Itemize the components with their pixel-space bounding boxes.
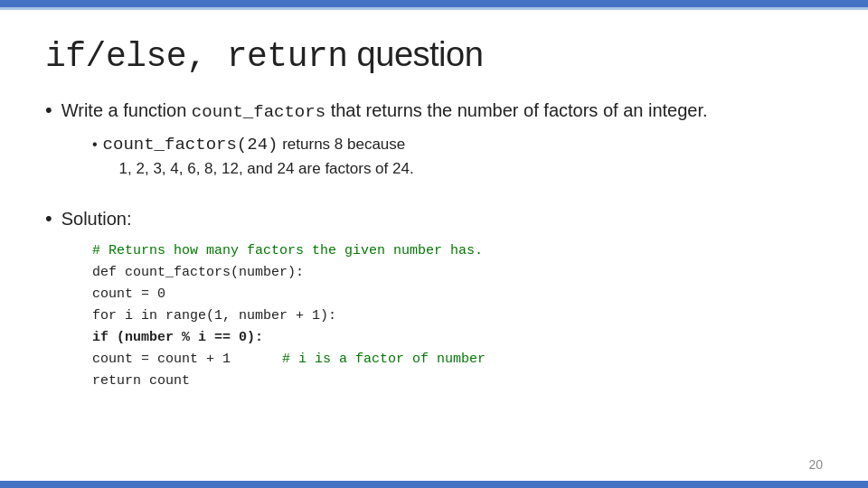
sub-dot: • <box>92 134 98 155</box>
bullet-1-dot: • <box>45 99 52 122</box>
slide-content: if/else, return question • Write a funct… <box>0 10 868 410</box>
sub-line2: 1, 2, 3, 4, 6, 8, 12, and 24 are factors… <box>119 160 414 177</box>
code-line-4: for i in range(1, number + 1): <box>92 305 823 327</box>
slide-title: if/else, return question <box>45 35 823 76</box>
bottom-accent-bar <box>0 481 868 488</box>
title-text: question <box>348 35 484 73</box>
bullet-2-dot: • <box>45 207 52 230</box>
code-block: # Returns how many factors the given num… <box>92 240 823 392</box>
page-number: 20 <box>808 457 823 472</box>
code-line-1: # Returns how many factors the given num… <box>92 240 823 262</box>
sub-code: count_factors(24) <box>103 135 278 155</box>
code-line-7: return count <box>92 371 823 392</box>
sub-bullet-1-item: • count_factors(24) returns 8 because 1,… <box>92 132 823 181</box>
sub-text1: returns <box>278 136 334 153</box>
sub-text2: because <box>343 136 405 153</box>
code-comment-1: # Returns how many factors the given num… <box>92 243 483 258</box>
bullet-2-text: Solution: <box>61 206 132 231</box>
code-comment-2: # i is a factor of number <box>282 352 486 367</box>
code-line-5: if (number % i == 0): <box>92 327 823 349</box>
code-line-6-main: count = count + 1 <box>92 352 231 367</box>
title-code: if/else, return <box>45 37 348 76</box>
bullet-1: • Write a function count_factors that re… <box>45 98 823 125</box>
code-comment-2-text: # i is a factor of number <box>282 352 486 367</box>
code-line-2: def count_factors(number): <box>92 262 823 284</box>
bullet-1-text: Write a function count_factors that retu… <box>61 98 708 125</box>
sub-bullet-1: • count_factors(24) returns 8 because 1,… <box>92 132 823 181</box>
code-line-5-bold: if (number % i == 0): <box>92 330 263 345</box>
bullet-1-function: count_factors <box>192 102 326 122</box>
bullet-1-rest: that returns the number of factors of an… <box>326 100 707 120</box>
code-line-6: count = count + 1 # i is a factor of num… <box>92 349 823 371</box>
top-accent-bar <box>0 0 868 7</box>
sub-bullet-1-text: count_factors(24) returns 8 because 1, 2… <box>103 132 414 181</box>
sub-num: 8 <box>335 136 343 153</box>
bullet-1-intro: Write a function <box>61 100 192 120</box>
bullet-2: • Solution: <box>45 206 823 231</box>
code-line-3: count = 0 <box>92 284 823 305</box>
